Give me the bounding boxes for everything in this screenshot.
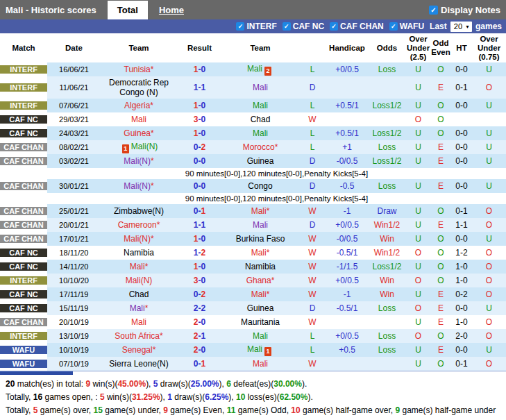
competition-cell: CAF CHAN	[0, 154, 47, 168]
over-under-25-value: U	[415, 289, 421, 299]
team-name: Mali	[251, 248, 267, 258]
team-name: Mali	[130, 262, 145, 271]
summary-segment: 31.25%	[132, 392, 160, 402]
odd-even-value: E	[438, 83, 444, 92]
odds-value: Win1/2	[374, 248, 400, 258]
half-time-score: 0-0	[455, 65, 467, 74]
last-games-select[interactable]: 20 ▼	[450, 22, 472, 32]
over-under-25-cell: U	[406, 260, 430, 274]
page: Mali - Historic scores Total Home Displa…	[0, 0, 506, 420]
team-name: Mali(N)	[131, 142, 158, 151]
half-time-score: 0-0	[455, 345, 467, 355]
filter-checkbox-caf-nc[interactable]	[282, 22, 291, 31]
result-letter-cell: L	[298, 329, 326, 343]
table-row: CAF NC29/03/21Mali3-0ChadWOO	[0, 112, 506, 126]
result-letter: D	[310, 83, 316, 92]
tab-home[interactable]: Home	[159, 5, 184, 15]
handicap-value: -1	[344, 289, 351, 299]
half-time-cell: 1-0	[451, 315, 472, 329]
result-letter: D	[310, 220, 316, 230]
over-under-25-cell: O	[406, 274, 430, 287]
home-team-cell: Mali(N)*	[101, 179, 177, 193]
home-score: 3	[194, 276, 199, 285]
competition-badge: CAF NC	[0, 129, 47, 138]
column-header: Handicap	[326, 33, 368, 62]
handicap-cell: -0.5/1	[326, 301, 368, 315]
filter-checkbox-interf[interactable]	[236, 22, 244, 31]
result-cell: 1-0	[177, 126, 222, 140]
table-row: CAF CHAN08/02/211Mali(N)0-2Morocco*L+1Lo…	[0, 140, 506, 154]
home-team-cell: Mali	[101, 112, 177, 126]
over-under-075-value: O	[486, 220, 492, 230]
table-row: WAFU07/10/19Sierra Leone(N)0-1MaliWUO0-1…	[0, 357, 506, 371]
chevron-down-icon: ▼	[465, 24, 470, 29]
note-empty-cell	[0, 168, 47, 179]
table-row: CAF CHAN20/10/19Mali2-0MauritaniaWUE1-0O	[0, 315, 506, 329]
result-cell: 3-0	[177, 274, 222, 287]
home-team-cell: Algeria*	[101, 99, 177, 112]
odd-even-value: O	[437, 359, 444, 369]
odds-value: Loss1/2	[372, 128, 401, 138]
competition-badge: CAF CHAN	[0, 318, 47, 327]
date-cell: 30/01/21	[47, 179, 101, 193]
handicap-cell: -1	[326, 287, 368, 301]
over-under-25-value: O	[415, 115, 421, 124]
result-letter-cell: D	[298, 154, 326, 168]
odd-even-value: O	[437, 276, 444, 285]
handicap-cell	[326, 76, 368, 99]
result-letter: W	[308, 317, 316, 327]
handicap-cell	[326, 357, 368, 371]
over-under-25-cell: U	[406, 218, 430, 232]
odd-even-cell: O	[430, 232, 451, 246]
star-marker: *	[151, 156, 154, 166]
over-under-075-cell: U	[472, 126, 506, 140]
result-letter: W	[308, 234, 316, 244]
tab-total[interactable]: Total	[108, 1, 148, 19]
team-name: Mali(N)	[124, 181, 151, 191]
competition-cell: CAF NC	[0, 301, 47, 315]
team-name: Mali	[251, 289, 267, 299]
home-team-cell: Zimbabwe(N)	[101, 204, 177, 218]
filter-label: INTERF	[246, 22, 276, 31]
over-under-25-cell: U	[406, 357, 430, 371]
summary-segment: ).	[302, 379, 307, 389]
over-under-075-value: U	[486, 128, 492, 138]
filter-label: CAF CHAN	[340, 22, 384, 31]
column-header: HT	[451, 33, 472, 62]
column-header: Odd Even	[430, 33, 451, 62]
display-notes-checkbox[interactable]	[429, 6, 438, 15]
column-header: Team	[101, 33, 177, 62]
half-time-cell: 0-0	[451, 154, 472, 168]
summary-segment: match(es) in total:	[15, 379, 85, 389]
summary-segment: 30.00%	[273, 379, 302, 389]
table-row: CAF NC15/11/19Mali*2-2GuineaD-0.5/1LossO…	[0, 301, 506, 315]
team-name: Morocco	[243, 142, 275, 152]
date-cell: 14/11/20	[47, 260, 101, 274]
summary-segment: 20	[6, 379, 15, 389]
filter-checkbox-caf-chan[interactable]	[330, 22, 338, 31]
over-under-25-cell: O	[406, 329, 430, 343]
home-team-cell: Senegal*	[101, 343, 177, 357]
filter-label: WAFU	[400, 22, 424, 31]
away-team-cell: Guinea	[222, 301, 298, 315]
home-score: 2	[194, 345, 199, 355]
summary-segment: draw(s)(	[172, 392, 205, 402]
team-name: Ghana	[246, 276, 271, 285]
handicap-cell: +0/0.5	[326, 274, 368, 287]
competition-badge: CAF CHAN	[0, 207, 47, 216]
odd-even-value: E	[438, 156, 444, 166]
table-row: CAF CHAN03/02/21Mali(N)*0-0GuineaD-0/0.5…	[0, 154, 506, 168]
horizontal-scrollbar-thumb[interactable]	[0, 371, 73, 375]
result-letter-cell: W	[298, 246, 326, 260]
team-name: Zimbabwe(N)	[114, 206, 164, 216]
over-under-075-cell: U	[472, 179, 506, 193]
over-under-25-value: U	[415, 359, 421, 369]
home-score: 0	[194, 206, 199, 216]
date-cell: 17/01/21	[47, 232, 101, 246]
filter-checkbox-wafu[interactable]	[389, 22, 398, 31]
half-time-score: 2-0	[455, 331, 467, 341]
horizontal-scrollbar[interactable]	[0, 371, 506, 376]
note-empty-cell	[0, 193, 47, 204]
date-cell: 18/11/20	[47, 246, 101, 260]
competition-cell: CAF CHAN	[0, 218, 47, 232]
